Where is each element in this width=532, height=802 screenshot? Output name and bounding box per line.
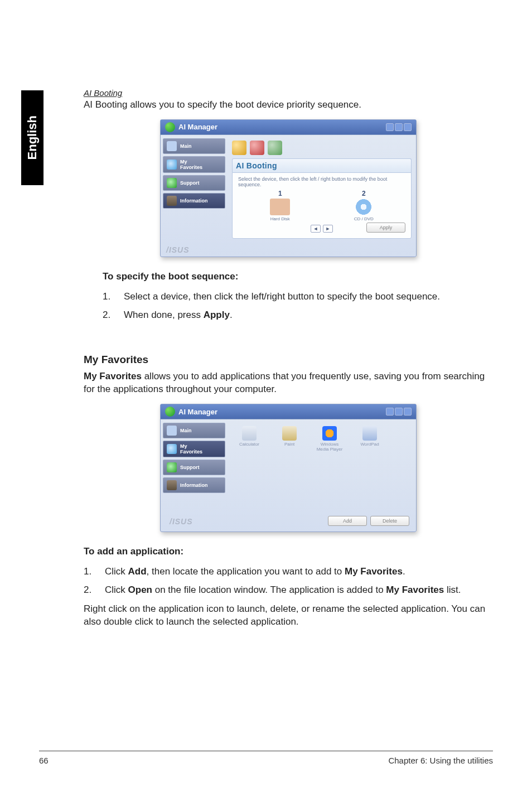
maximize-icon[interactable] bbox=[395, 123, 403, 131]
support-icon bbox=[167, 462, 177, 472]
apply-button[interactable]: Apply bbox=[366, 223, 405, 233]
sidebar-item-main[interactable]: Main bbox=[163, 423, 225, 438]
brand-footer: /ISUS bbox=[164, 515, 199, 528]
sidebar: Main My Favorites Support Information bbox=[161, 135, 228, 243]
move-right-button[interactable]: ► bbox=[323, 225, 333, 233]
window-titlebar: AI Manager bbox=[161, 404, 416, 419]
favorites-icon bbox=[167, 444, 177, 454]
window-buttons[interactable] bbox=[386, 408, 412, 416]
app-logo-icon bbox=[165, 122, 175, 132]
my-favorites-intro: My Favorites allows you to add applicati… bbox=[84, 370, 493, 396]
sidebar: Main My Favorites Support Information bbox=[161, 419, 228, 518]
boot-step-2: 2. When done, press Apply. bbox=[103, 307, 493, 322]
favorites-grid: Calculator Paint Windows Media Player Wo… bbox=[228, 419, 416, 518]
sidebar-label-main: Main bbox=[180, 428, 192, 433]
minimize-icon[interactable] bbox=[386, 408, 394, 416]
window-title: AI Manager bbox=[178, 123, 217, 131]
page-content: AI Booting AI Booting allows you to spec… bbox=[84, 88, 493, 629]
main-icon bbox=[167, 141, 177, 151]
support-icon bbox=[167, 178, 177, 188]
sidebar-item-favorites[interactable]: My Favorites bbox=[163, 441, 225, 457]
page-footer: 66 Chapter 6: Using the utilities bbox=[39, 751, 493, 765]
sidebar-item-favorites[interactable]: My Favorites bbox=[163, 156, 225, 173]
window-buttons[interactable] bbox=[386, 123, 412, 131]
delete-button[interactable]: Delete bbox=[370, 516, 409, 526]
toolbar bbox=[232, 141, 412, 155]
sidebar-item-information[interactable]: Information bbox=[163, 477, 225, 493]
app-logo-icon bbox=[165, 407, 175, 417]
add-step-1: 1. Click Add, then locate the applicatio… bbox=[84, 564, 493, 579]
window-titlebar: AI Manager bbox=[161, 120, 416, 135]
sidebar-item-support[interactable]: Support bbox=[163, 460, 225, 475]
step-text: Click Add, then locate the application y… bbox=[105, 564, 405, 579]
step-number: 1. bbox=[103, 289, 109, 304]
move-left-button[interactable]: ◄ bbox=[311, 225, 321, 233]
sidebar-label-support: Support bbox=[180, 180, 200, 186]
favorite-app-wordpad[interactable]: WordPad bbox=[355, 426, 385, 447]
app-label: Calculator bbox=[239, 442, 259, 447]
paint-icon bbox=[282, 426, 297, 441]
minimize-icon[interactable] bbox=[386, 123, 394, 131]
ai-booting-heading: AI Booting bbox=[84, 88, 493, 98]
close-icon[interactable] bbox=[404, 408, 412, 416]
step-number: 2. bbox=[103, 307, 109, 322]
maximize-icon[interactable] bbox=[395, 408, 403, 416]
intro-bold: My Favorites bbox=[84, 371, 142, 381]
panel-title: AI Booting bbox=[232, 158, 412, 172]
panel-hint: Select the device, then click the left /… bbox=[238, 176, 405, 187]
boot-2-number: 2 bbox=[362, 190, 366, 197]
aibooting-panel: Select the device, then click the left /… bbox=[232, 172, 412, 239]
sidebar-label-main: Main bbox=[180, 143, 192, 149]
boot-device-2[interactable]: 2 CD / DVD bbox=[354, 190, 374, 221]
calculator-icon bbox=[242, 426, 257, 441]
side-language-label: English bbox=[25, 115, 40, 160]
main-icon bbox=[167, 426, 177, 436]
add-application-subhead: To add an application: bbox=[84, 545, 493, 558]
add-button[interactable]: Add bbox=[328, 516, 367, 526]
side-language-tab: English bbox=[21, 90, 43, 185]
boot-1-label: Hard Disk bbox=[270, 216, 290, 221]
boot-1-number: 1 bbox=[278, 190, 282, 197]
toolbar-icon-1[interactable] bbox=[232, 141, 246, 155]
brand-footer: /ISUS bbox=[161, 243, 416, 257]
add-step-2: 2. Click Open on the file location windo… bbox=[84, 582, 493, 597]
wordpad-icon bbox=[362, 426, 377, 441]
ai-booting-intro: AI Booting allows you to specify the boo… bbox=[84, 99, 493, 112]
sidebar-label-support: Support bbox=[180, 465, 200, 470]
favorites-icon bbox=[167, 160, 177, 170]
sidebar-item-main[interactable]: Main bbox=[163, 138, 225, 154]
step-text: When done, press Apply. bbox=[124, 307, 233, 322]
ai-booting-screenshot: AI Manager Main My Favorites Support Inf… bbox=[84, 119, 493, 257]
app-label: Windows Media Player bbox=[317, 442, 343, 452]
ai-manager-window: AI Manager Main My Favorites Support Inf… bbox=[160, 119, 417, 257]
boot-sequence-steps: 1. Select a device, then click the left/… bbox=[84, 289, 493, 322]
add-application-steps: 1. Click Add, then locate the applicatio… bbox=[84, 564, 493, 597]
sidebar-label-favorites: My Favorites bbox=[180, 159, 202, 170]
sidebar-item-support[interactable]: Support bbox=[163, 175, 225, 191]
ai-manager-window-favorites: AI Manager Main My Favorites Support Inf… bbox=[160, 404, 417, 532]
close-icon[interactable] bbox=[404, 123, 412, 131]
disc-icon bbox=[355, 199, 372, 215]
my-favorites-screenshot: AI Manager Main My Favorites Support Inf… bbox=[84, 404, 493, 532]
boot-sequence-subhead: To specify the boot sequence: bbox=[103, 270, 493, 283]
boot-device-1[interactable]: 1 Hard Disk bbox=[270, 190, 290, 221]
step-number: 2. bbox=[84, 582, 90, 597]
sidebar-item-information[interactable]: Information bbox=[163, 193, 225, 209]
app-label: WordPad bbox=[360, 442, 379, 447]
closing-paragraph: Right click on the application icon to l… bbox=[84, 603, 493, 629]
favorite-app-calculator[interactable]: Calculator bbox=[234, 426, 264, 447]
step-number: 1. bbox=[84, 564, 90, 579]
boot-step-1: 1. Select a device, then click the left/… bbox=[103, 289, 493, 304]
window-title: AI Manager bbox=[178, 408, 217, 416]
information-icon bbox=[167, 196, 177, 206]
sidebar-label-information: Information bbox=[180, 482, 208, 488]
favorite-app-paint[interactable]: Paint bbox=[274, 426, 304, 447]
wmp-icon bbox=[322, 426, 337, 441]
app-label: Paint bbox=[284, 442, 294, 447]
sidebar-label-favorites: My Favorites bbox=[180, 443, 202, 455]
toolbar-icon-2[interactable] bbox=[250, 141, 264, 155]
favorite-app-wmp[interactable]: Windows Media Player bbox=[315, 426, 345, 452]
toolbar-icon-3[interactable] bbox=[268, 141, 282, 155]
step-text: Click Open on the file location window. … bbox=[105, 582, 461, 597]
harddisk-icon bbox=[270, 199, 290, 215]
